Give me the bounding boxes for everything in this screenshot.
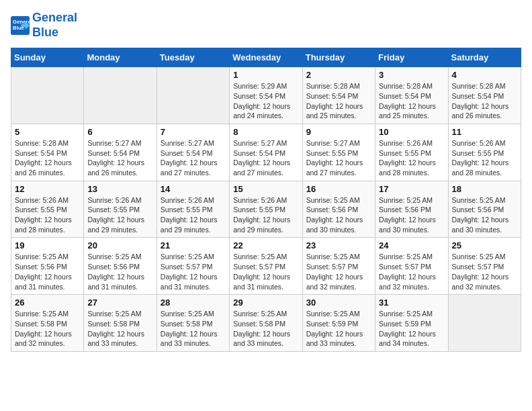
calendar-cell: 7Sunrise: 5:27 AM Sunset: 5:54 PM Daylig… xyxy=(157,124,229,181)
calendar-cell: 29Sunrise: 5:25 AM Sunset: 5:58 PM Dayli… xyxy=(230,295,302,352)
calendar-cell: 5Sunrise: 5:28 AM Sunset: 5:54 PM Daylig… xyxy=(11,124,84,181)
day-info: Sunrise: 5:25 AM Sunset: 5:59 PM Dayligh… xyxy=(306,309,371,349)
calendar-cell: 11Sunrise: 5:26 AM Sunset: 5:55 PM Dayli… xyxy=(448,124,521,181)
day-number: 14 xyxy=(161,184,226,194)
calendar-cell xyxy=(11,67,84,124)
day-number: 2 xyxy=(306,70,371,80)
calendar-cell: 2Sunrise: 5:28 AM Sunset: 5:54 PM Daylig… xyxy=(302,67,375,124)
day-info: Sunrise: 5:29 AM Sunset: 5:54 PM Dayligh… xyxy=(233,81,298,121)
day-info: Sunrise: 5:25 AM Sunset: 5:56 PM Dayligh… xyxy=(15,252,80,291)
day-number: 31 xyxy=(379,298,444,308)
day-number: 29 xyxy=(233,298,298,308)
calendar-cell: 22Sunrise: 5:25 AM Sunset: 5:57 PM Dayli… xyxy=(230,238,302,295)
day-info: Sunrise: 5:28 AM Sunset: 5:54 PM Dayligh… xyxy=(379,81,444,121)
header-sunday: Sunday xyxy=(11,48,84,67)
calendar-cell: 6Sunrise: 5:27 AM Sunset: 5:54 PM Daylig… xyxy=(84,124,157,181)
calendar-cell: 27Sunrise: 5:25 AM Sunset: 5:58 PM Dayli… xyxy=(84,295,157,352)
day-number: 6 xyxy=(87,127,152,137)
day-number: 5 xyxy=(15,127,80,137)
day-info: Sunrise: 5:27 AM Sunset: 5:54 PM Dayligh… xyxy=(233,138,298,178)
day-info: Sunrise: 5:25 AM Sunset: 5:56 PM Dayligh… xyxy=(452,195,517,235)
header-tuesday: Tuesday xyxy=(157,48,229,67)
calendar-cell: 23Sunrise: 5:25 AM Sunset: 5:57 PM Dayli… xyxy=(302,238,375,295)
calendar-cell: 24Sunrise: 5:25 AM Sunset: 5:57 PM Dayli… xyxy=(375,238,448,295)
day-number: 24 xyxy=(379,240,444,250)
calendar-cell: 9Sunrise: 5:27 AM Sunset: 5:55 PM Daylig… xyxy=(302,124,375,181)
calendar-header-row: Sunday Monday Tuesday Wednesday Thursday… xyxy=(11,48,521,67)
calendar-week-row: 5Sunrise: 5:28 AM Sunset: 5:54 PM Daylig… xyxy=(11,124,521,181)
logo: General Blue General Blue xyxy=(11,11,77,40)
calendar-cell: 16Sunrise: 5:25 AM Sunset: 5:56 PM Dayli… xyxy=(302,181,375,238)
calendar-cell: 31Sunrise: 5:25 AM Sunset: 5:59 PM Dayli… xyxy=(375,295,448,352)
calendar-cell: 18Sunrise: 5:25 AM Sunset: 5:56 PM Dayli… xyxy=(448,181,521,238)
header-thursday: Thursday xyxy=(302,48,375,67)
day-number: 20 xyxy=(87,240,152,250)
header-wednesday: Wednesday xyxy=(230,48,302,67)
day-number: 1 xyxy=(233,70,298,80)
day-number: 26 xyxy=(15,298,80,308)
day-info: Sunrise: 5:26 AM Sunset: 5:55 PM Dayligh… xyxy=(87,195,152,235)
calendar-week-row: 12Sunrise: 5:26 AM Sunset: 5:55 PM Dayli… xyxy=(11,181,521,238)
day-number: 7 xyxy=(161,127,226,137)
day-info: Sunrise: 5:27 AM Sunset: 5:54 PM Dayligh… xyxy=(161,138,226,178)
day-info: Sunrise: 5:25 AM Sunset: 5:56 PM Dayligh… xyxy=(87,252,152,291)
day-info: Sunrise: 5:26 AM Sunset: 5:55 PM Dayligh… xyxy=(15,195,80,235)
calendar-cell: 1Sunrise: 5:29 AM Sunset: 5:54 PM Daylig… xyxy=(230,67,302,124)
day-info: Sunrise: 5:25 AM Sunset: 5:58 PM Dayligh… xyxy=(233,309,298,349)
logo-icon: General Blue xyxy=(11,16,30,35)
page-header: General Blue General Blue xyxy=(11,11,521,40)
calendar-cell: 25Sunrise: 5:25 AM Sunset: 5:57 PM Dayli… xyxy=(448,238,521,295)
day-info: Sunrise: 5:25 AM Sunset: 5:58 PM Dayligh… xyxy=(15,309,80,349)
day-number: 28 xyxy=(161,298,226,308)
calendar-cell: 3Sunrise: 5:28 AM Sunset: 5:54 PM Daylig… xyxy=(375,67,448,124)
calendar-cell: 21Sunrise: 5:25 AM Sunset: 5:57 PM Dayli… xyxy=(157,238,229,295)
day-info: Sunrise: 5:27 AM Sunset: 5:54 PM Dayligh… xyxy=(87,138,152,178)
calendar-cell: 10Sunrise: 5:26 AM Sunset: 5:55 PM Dayli… xyxy=(375,124,448,181)
day-number: 19 xyxy=(15,240,80,250)
day-number: 27 xyxy=(87,298,152,308)
day-number: 13 xyxy=(87,184,152,194)
logo-text: General Blue xyxy=(32,11,77,40)
calendar-week-row: 26Sunrise: 5:25 AM Sunset: 5:58 PM Dayli… xyxy=(11,295,521,352)
day-info: Sunrise: 5:26 AM Sunset: 5:55 PM Dayligh… xyxy=(379,138,444,178)
day-number: 3 xyxy=(379,70,444,80)
day-info: Sunrise: 5:25 AM Sunset: 5:58 PM Dayligh… xyxy=(161,309,226,349)
calendar-cell: 12Sunrise: 5:26 AM Sunset: 5:55 PM Dayli… xyxy=(11,181,84,238)
calendar-week-row: 1Sunrise: 5:29 AM Sunset: 5:54 PM Daylig… xyxy=(11,67,521,124)
day-number: 15 xyxy=(233,184,298,194)
calendar-cell: 15Sunrise: 5:26 AM Sunset: 5:55 PM Dayli… xyxy=(230,181,302,238)
day-number: 8 xyxy=(233,127,298,137)
calendar-cell xyxy=(157,67,229,124)
day-info: Sunrise: 5:25 AM Sunset: 5:56 PM Dayligh… xyxy=(379,195,444,235)
day-info: Sunrise: 5:27 AM Sunset: 5:55 PM Dayligh… xyxy=(306,138,371,178)
day-number: 23 xyxy=(306,240,371,250)
calendar-cell: 17Sunrise: 5:25 AM Sunset: 5:56 PM Dayli… xyxy=(375,181,448,238)
day-number: 4 xyxy=(452,70,517,80)
day-number: 21 xyxy=(161,240,226,250)
calendar-cell: 13Sunrise: 5:26 AM Sunset: 5:55 PM Dayli… xyxy=(84,181,157,238)
day-info: Sunrise: 5:25 AM Sunset: 5:57 PM Dayligh… xyxy=(161,252,226,291)
day-info: Sunrise: 5:26 AM Sunset: 5:55 PM Dayligh… xyxy=(233,195,298,235)
day-info: Sunrise: 5:25 AM Sunset: 5:58 PM Dayligh… xyxy=(87,309,152,349)
day-number: 12 xyxy=(15,184,80,194)
day-number: 30 xyxy=(306,298,371,308)
day-info: Sunrise: 5:28 AM Sunset: 5:54 PM Dayligh… xyxy=(452,81,517,121)
day-number: 22 xyxy=(233,240,298,250)
calendar-cell: 14Sunrise: 5:26 AM Sunset: 5:55 PM Dayli… xyxy=(157,181,229,238)
calendar-cell: 28Sunrise: 5:25 AM Sunset: 5:58 PM Dayli… xyxy=(157,295,229,352)
day-number: 25 xyxy=(452,240,517,250)
day-number: 9 xyxy=(306,127,371,137)
day-info: Sunrise: 5:25 AM Sunset: 5:57 PM Dayligh… xyxy=(452,252,517,291)
header-saturday: Saturday xyxy=(448,48,521,67)
day-number: 10 xyxy=(379,127,444,137)
header-friday: Friday xyxy=(375,48,448,67)
day-info: Sunrise: 5:25 AM Sunset: 5:59 PM Dayligh… xyxy=(379,309,444,349)
day-info: Sunrise: 5:26 AM Sunset: 5:55 PM Dayligh… xyxy=(452,138,517,178)
day-number: 11 xyxy=(452,127,517,137)
day-number: 18 xyxy=(452,184,517,194)
calendar-week-row: 19Sunrise: 5:25 AM Sunset: 5:56 PM Dayli… xyxy=(11,238,521,295)
calendar-cell: 20Sunrise: 5:25 AM Sunset: 5:56 PM Dayli… xyxy=(84,238,157,295)
day-info: Sunrise: 5:25 AM Sunset: 5:56 PM Dayligh… xyxy=(306,195,371,235)
calendar-cell xyxy=(448,295,521,352)
calendar-cell: 26Sunrise: 5:25 AM Sunset: 5:58 PM Dayli… xyxy=(11,295,84,352)
